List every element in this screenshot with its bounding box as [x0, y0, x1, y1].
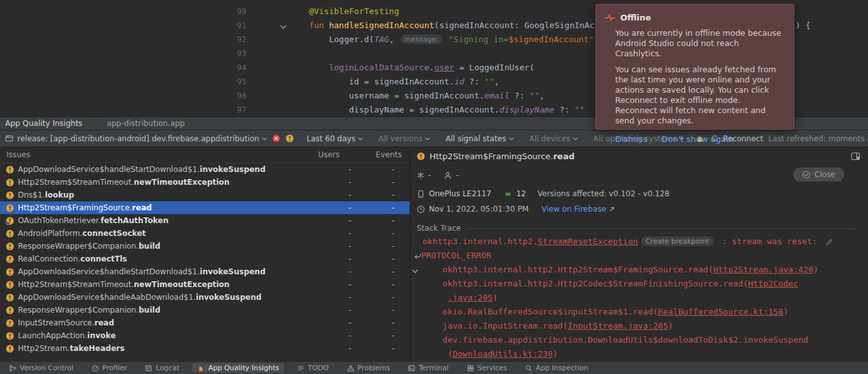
stack-text: okhttp3.internal.http2.Http2Stream$Frami…	[442, 265, 713, 274]
issue-users-count: -	[318, 165, 362, 174]
issue-class: Http2Stream$FramingSource.	[18, 203, 132, 212]
stack-trace-section-header: Stack Trace	[410, 224, 868, 233]
code-token: ?:	[510, 91, 529, 100]
issue-row[interactable]: AndroidPlatform.connectSocket--	[0, 227, 410, 240]
issue-row[interactable]: LaunchAppAction.invoke--	[0, 329, 410, 342]
warning-icon	[5, 166, 14, 174]
issue-row[interactable]: OAuthTokenRetriever.fetchAuthToken--	[0, 214, 410, 227]
line-number: 95	[0, 77, 246, 86]
filter-all-devices[interactable]: All devices	[529, 134, 578, 143]
statusbar-item-app-inspection[interactable]: App Inspection	[520, 363, 593, 373]
warning-icon	[417, 152, 425, 160]
close-issue-button[interactable]: Close	[793, 168, 844, 182]
fold-icon[interactable]	[412, 268, 419, 275]
statusbar-item-problems[interactable]: Problems	[342, 363, 396, 373]
statusbar-label: Logcat	[156, 364, 179, 372]
issue-row[interactable]: Http2Stream$FramingSource.read--	[0, 201, 410, 214]
warning-icon	[5, 255, 14, 263]
issue-row[interactable]: ResponseWrapper$Companion.build--	[0, 304, 410, 316]
warning-icon	[5, 345, 14, 353]
stack-frame-link[interactable]: .java:205	[447, 293, 492, 302]
dont-show-again-link[interactable]: Don't show again	[661, 134, 734, 144]
stack-frame-link[interactable]: Http2Codec	[748, 279, 798, 288]
issue-method: invokeSuspend	[200, 267, 266, 276]
statusbar-item-todo[interactable]: TODO	[292, 363, 334, 373]
issue-class: ResponseWrapper$Companion.	[18, 242, 139, 251]
stack-line: okhttp3.internal.http2.Http2Stream$Frami…	[410, 265, 868, 279]
statusbar-label: Version Control	[20, 364, 74, 372]
issues-list: AppDownloadService$handleStartDownload$1…	[0, 163, 410, 355]
stack-frame-link[interactable]: InputStream.java:205	[568, 321, 668, 331]
issue-row[interactable]: Http2Stream.takeHeaders--	[0, 342, 410, 355]
issue-events-count: -	[362, 331, 410, 340]
warning-icon	[5, 242, 14, 251]
issue-row[interactable]: AppDownloadService$handleStartDownload$1…	[0, 265, 410, 278]
section-divider	[467, 228, 854, 229]
pencil-icon[interactable]	[826, 238, 833, 245]
warning-icon	[5, 204, 14, 212]
issue-row[interactable]: AppDownloadService$handleStartDownload$1…	[0, 163, 410, 176]
view-on-firebase-link[interactable]: View on Firebase	[542, 205, 615, 214]
issue-title: Http2Stream$StreamTimeout.newTimeoutExce…	[18, 280, 318, 289]
stack-frame-link[interactable]: Http2Stream.java:420	[713, 265, 814, 274]
issue-method: read	[95, 318, 115, 327]
code-token: (	[434, 20, 439, 30]
stack-text: (	[447, 349, 453, 359]
code-token: =	[404, 105, 419, 114]
issue-row[interactable]: ResponseWrapper$Companion.build--	[0, 240, 410, 253]
notification-title: Offline	[620, 13, 651, 22]
panel-toggle-icon[interactable]	[851, 152, 860, 161]
stack-text: : stream was reset:	[717, 237, 822, 246]
stack-line: okhttp3.internal.http2.Http2Codec$Stream…	[410, 279, 868, 293]
detail-title-class: Http2Stream$FramingSource.	[430, 152, 553, 161]
create-breakpoint-inlay[interactable]: Create breakpoint	[641, 237, 714, 246]
filter-all-signal-states[interactable]: All signal states	[446, 134, 514, 143]
filter-last-60-days[interactable]: Last 60 days	[307, 134, 363, 143]
issue-details-panel: Http2Stream$FramingSource.read - - Close…	[410, 147, 868, 361]
issue-row[interactable]: InputStreamSource.read--	[0, 316, 410, 329]
issue-row[interactable]: AppDownloadService$handleAabDownload$1.i…	[0, 291, 410, 304]
issue-row[interactable]: Http2Stream$StreamTimeout.newTimeoutExce…	[0, 278, 410, 291]
code-text: displayName = signedInAccount.displayNam…	[269, 105, 584, 114]
filter-all-versions[interactable]: All versions	[378, 134, 430, 143]
stack-frame-link[interactable]: RealBufferedSource.kt:158	[658, 307, 784, 316]
code-token	[444, 35, 449, 44]
issue-users-count: -	[318, 242, 362, 251]
statusbar-item-services[interactable]: Services	[462, 363, 512, 373]
issue-events-count: -	[362, 203, 410, 212]
issue-users-count: -	[318, 293, 362, 302]
issue-method: newTimeoutException	[134, 178, 230, 187]
code-token: $signedInAccount	[508, 35, 588, 44]
build-variant-selector[interactable]: release: [app-distribution-android] dev.…	[17, 134, 259, 143]
issue-class: AppDownloadService$handleStartDownload$1…	[18, 267, 200, 276]
stack-frame-link[interactable]: DownloadUtils.kt:230	[453, 349, 553, 359]
statusbar-item-version-control[interactable]: Version Control	[4, 363, 79, 373]
crashlytics-icon	[605, 12, 615, 22]
statusbar-item-app-quality-insights[interactable]: App Quality Insights	[192, 363, 284, 373]
dismiss-link[interactable]: Dismiss	[615, 134, 647, 144]
issue-class: InputStreamSource.	[18, 318, 95, 327]
signals-icon	[417, 171, 424, 179]
statusbar-item-logcat[interactable]: Logcat	[140, 363, 184, 373]
issue-events-count: -	[362, 306, 410, 315]
issue-users-count: -	[318, 344, 362, 353]
stack-frame-link[interactable]: StreamResetException	[538, 237, 638, 246]
code-token: ,	[389, 35, 399, 44]
stack-line: .java:205)	[410, 293, 868, 307]
issue-events-count: -	[362, 280, 410, 289]
issue-row[interactable]: RealConnection.connectTls--	[0, 253, 410, 265]
issue-title: Http2Stream$StreamTimeout.newTimeoutExce…	[18, 178, 318, 187]
stack-text: )	[814, 265, 819, 274]
tab-app-distribution[interactable]: app-distribution.app	[107, 119, 185, 128]
issue-class: AndroidPlatform.	[18, 229, 83, 238]
fatal-filter-toggle[interactable]	[272, 132, 280, 144]
issue-row[interactable]: Http2Stream$StreamTimeout.newTimeoutExce…	[0, 176, 410, 189]
issue-row[interactable]: Dns$1.lookup--	[0, 189, 410, 201]
nonfatal-filter-toggle[interactable]	[285, 132, 294, 144]
issue-events-count: -	[362, 191, 410, 199]
code-token: =	[359, 77, 374, 86]
statusbar-item-profiler[interactable]: Profiler	[86, 363, 133, 373]
issue-method: connectSocket	[83, 229, 146, 238]
code-token: = LoggedInUser(	[454, 63, 534, 72]
statusbar-item-terminal[interactable]: Terminal	[403, 363, 454, 373]
